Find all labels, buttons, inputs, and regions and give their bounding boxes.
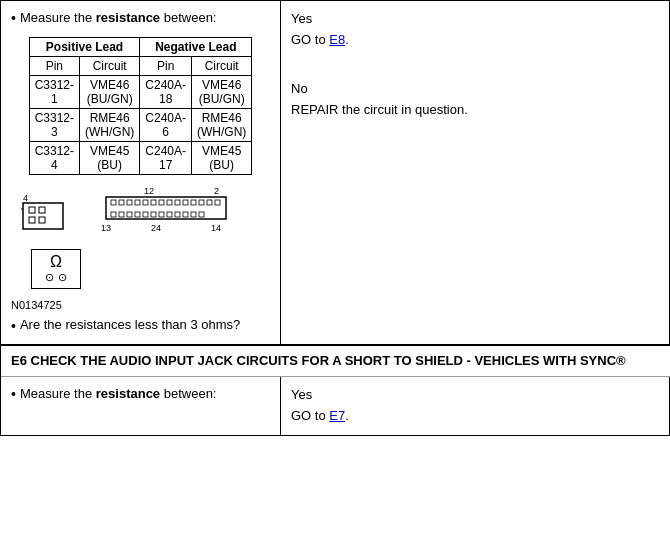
bottom-measure-text: Measure the resistance between: xyxy=(20,385,217,405)
neg-pin-header: Pin xyxy=(140,56,192,75)
svg-rect-13 xyxy=(135,200,140,205)
measure-text-end: between: xyxy=(160,10,216,25)
connector-row: 4 12 2 xyxy=(21,185,236,243)
svg-rect-22 xyxy=(207,200,212,205)
svg-rect-31 xyxy=(143,212,148,217)
svg-text:4: 4 xyxy=(23,193,28,203)
svg-rect-35 xyxy=(175,212,180,217)
connector-right-icon: 12 2 xyxy=(96,185,236,240)
e7-link[interactable]: E7 xyxy=(329,408,345,423)
n-label: N0134725 xyxy=(11,299,270,311)
repair-text: REPAIR the circuit in question. xyxy=(291,102,468,117)
row3-neg-pin: C240A-17 xyxy=(140,141,192,174)
svg-rect-12 xyxy=(127,200,132,205)
measure-text-start: Measure the xyxy=(20,10,96,25)
svg-text:24: 24 xyxy=(151,223,161,233)
svg-rect-15 xyxy=(151,200,156,205)
bottom-measure-start: Measure the xyxy=(20,386,96,401)
svg-rect-18 xyxy=(175,200,180,205)
row1-neg-pin: C240A-18 xyxy=(140,75,192,108)
svg-rect-33 xyxy=(159,212,164,217)
bottom-right-column: Yes GO to E7. xyxy=(281,377,670,435)
bottom-yes-label: Yes xyxy=(291,387,312,402)
svg-text:2: 2 xyxy=(214,186,219,196)
row2-pos-pin: C3312-3 xyxy=(29,108,79,141)
neg-circuit-header: Circuit xyxy=(192,56,252,75)
row2-neg-circuit: RME46(WH/GN) xyxy=(192,108,252,141)
measure-bold: resistance xyxy=(96,10,160,25)
svg-rect-37 xyxy=(191,212,196,217)
svg-rect-17 xyxy=(167,200,172,205)
negative-lead-header: Negative Lead xyxy=(140,37,252,56)
svg-text:12: 12 xyxy=(144,186,154,196)
svg-rect-2 xyxy=(39,207,45,213)
svg-text:13: 13 xyxy=(101,223,111,233)
svg-rect-3 xyxy=(29,217,35,223)
bottom-go-text: GO to xyxy=(291,408,326,423)
no-label: No xyxy=(291,81,308,96)
positive-lead-header: Positive Lead xyxy=(29,37,140,56)
bottom-section: E6 CHECK THE AUDIO INPUT JACK CIRCUITS F… xyxy=(1,344,670,435)
svg-rect-23 xyxy=(215,200,220,205)
question-text: Are the resistances less than 3 ohms? xyxy=(20,317,240,337)
bottom-bullet: • xyxy=(11,385,16,405)
row3-pos-circuit: VME45(BU) xyxy=(80,141,140,174)
question-line: • Are the resistances less than 3 ohms? xyxy=(11,317,270,337)
go-text: GO to xyxy=(291,32,326,47)
no-block: No REPAIR the circuit in question. xyxy=(291,79,661,121)
yes-block: Yes GO to E8. xyxy=(291,9,661,51)
svg-rect-19 xyxy=(183,200,188,205)
table-row: C3312-1 VME46(BU/GN) C240A-18 VME46(BU/G… xyxy=(29,75,252,108)
row1-pos-circuit: VME46(BU/GN) xyxy=(80,75,140,108)
yes-label: Yes xyxy=(291,11,312,26)
row1-pos-pin: C3312-1 xyxy=(29,75,79,108)
connector-left-icon: 4 xyxy=(21,191,76,236)
table-row: C3312-4 VME45(BU) C240A-17 VME45(BU) xyxy=(29,141,252,174)
resistance-table: Positive Lead Negative Lead Pin Circuit … xyxy=(29,37,253,175)
bottom-content: • Measure the resistance between: Yes GO… xyxy=(1,377,670,435)
question-bullet: • xyxy=(11,317,16,337)
svg-rect-1 xyxy=(29,207,35,213)
row2-neg-pin: C240A-6 xyxy=(140,108,192,141)
svg-rect-29 xyxy=(127,212,132,217)
svg-text:14: 14 xyxy=(211,223,221,233)
svg-rect-4 xyxy=(39,217,45,223)
bullet-dot: • xyxy=(11,9,16,29)
row3-neg-circuit: VME45(BU) xyxy=(192,141,252,174)
e8-link[interactable]: E8 xyxy=(329,32,345,47)
row1-neg-circuit: VME46(BU/GN) xyxy=(192,75,252,108)
svg-rect-36 xyxy=(183,212,188,217)
svg-rect-34 xyxy=(167,212,172,217)
svg-rect-11 xyxy=(119,200,124,205)
svg-rect-30 xyxy=(135,212,140,217)
row3-pos-pin: C3312-4 xyxy=(29,141,79,174)
period: . xyxy=(345,32,349,47)
svg-rect-21 xyxy=(199,200,204,205)
right-column: Yes GO to E8. No REPAIR the circuit in q… xyxy=(281,1,670,344)
left-column: • Measure the resistance between: Positi… xyxy=(1,1,281,344)
svg-rect-20 xyxy=(191,200,196,205)
pos-pin-header: Pin xyxy=(29,56,79,75)
bottom-left-column: • Measure the resistance between: xyxy=(1,377,281,435)
measure-text: Measure the resistance between: xyxy=(20,9,217,29)
svg-rect-28 xyxy=(119,212,124,217)
pos-circuit-header: Circuit xyxy=(80,56,140,75)
row2-pos-circuit: RME46(WH/GN) xyxy=(80,108,140,141)
table-row: C3312-3 RME46(WH/GN) C240A-6 RME46(WH/GN… xyxy=(29,108,252,141)
bottom-measure-line: • Measure the resistance between: xyxy=(11,385,270,405)
e6-header: E6 CHECK THE AUDIO INPUT JACK CIRCUITS F… xyxy=(1,346,670,377)
bottom-yes-section: Yes GO to E7. xyxy=(291,385,661,427)
top-section: • Measure the resistance between: Positi… xyxy=(1,1,670,344)
measure-line: • Measure the resistance between: xyxy=(11,9,270,29)
bottom-period: . xyxy=(345,408,349,423)
diagram-area: 4 12 2 xyxy=(11,185,270,289)
svg-rect-38 xyxy=(199,212,204,217)
svg-rect-16 xyxy=(159,200,164,205)
bottom-measure-end: between: xyxy=(160,386,216,401)
bottom-measure-bold: resistance xyxy=(96,386,160,401)
svg-rect-32 xyxy=(151,212,156,217)
meter-circles: ⊙⊙ xyxy=(45,271,67,284)
ohm-meter-icon: Ω ⊙⊙ xyxy=(31,249,81,289)
svg-rect-14 xyxy=(143,200,148,205)
yes-no-section: Yes GO to E8. No REPAIR the circuit in q… xyxy=(291,9,661,121)
